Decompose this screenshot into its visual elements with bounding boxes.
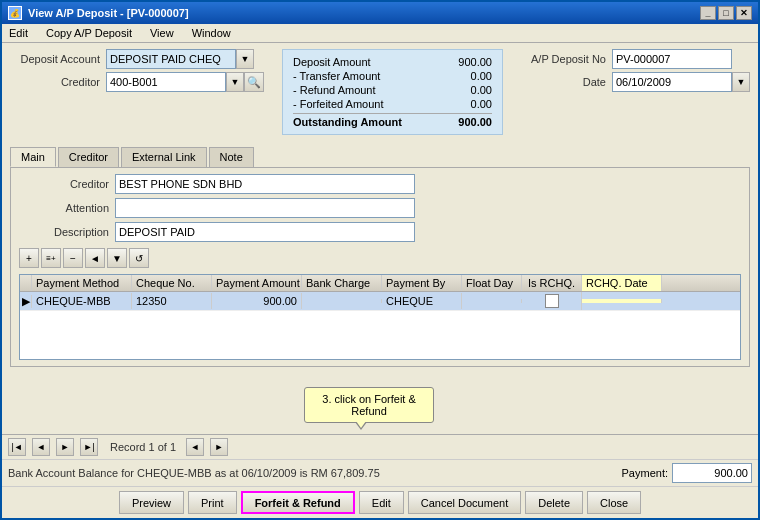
header-float-day: Float Day <box>462 275 522 291</box>
creditor-label: Creditor <box>10 76 100 88</box>
nav-prev-button[interactable]: ◄ <box>32 438 50 456</box>
payment-input <box>672 463 752 483</box>
date-picker-button[interactable]: ▼ <box>732 72 750 92</box>
payment-grid: Payment Method Cheque No. Payment Amount… <box>19 274 741 360</box>
tab-main[interactable]: Main <box>10 147 56 167</box>
tab-creditor-row: Creditor <box>19 174 741 194</box>
date-row: Date ▼ <box>511 72 750 92</box>
menu-bar: Edit Copy A/P Deposit View Window <box>2 24 758 43</box>
move-down-button[interactable]: ▼ <box>107 248 127 268</box>
header-is-rchq: Is RCHQ. <box>522 275 582 291</box>
cell-rchq-date <box>582 299 662 303</box>
cell-payment-amount: 900.00 <box>212 293 302 309</box>
footer-balance-bar: Bank Account Balance for CHEQUE-MBB as a… <box>2 459 758 486</box>
header-payment-by: Payment By <box>382 275 462 291</box>
payment-label: Payment: <box>622 467 668 479</box>
tab-description-label: Description <box>19 226 109 238</box>
menu-edit[interactable]: Edit <box>6 26 31 40</box>
window-title: View A/P Deposit - [PV-000007] <box>28 7 189 19</box>
transfer-label: - Transfer Amount <box>293 70 380 82</box>
nav-last-button[interactable]: ►| <box>80 438 98 456</box>
date-label: Date <box>511 76 606 88</box>
tab-description-input[interactable] <box>115 222 415 242</box>
nav-scroll-right[interactable]: ► <box>210 438 228 456</box>
forfeit-refund-button[interactable]: Forfeit & Refund <box>241 491 355 514</box>
nav-first-button[interactable]: |◄ <box>8 438 26 456</box>
minimize-button[interactable]: _ <box>700 6 716 20</box>
header-payment-method: Payment Method <box>32 275 132 291</box>
tab-description-row: Description <box>19 222 741 242</box>
cell-float-day <box>462 299 522 303</box>
nav-scroll-left[interactable]: ◄ <box>186 438 204 456</box>
preview-button[interactable]: Preview <box>119 491 184 514</box>
cell-is-rchq[interactable] <box>522 292 582 310</box>
tab-creditor-label: Creditor <box>19 178 109 190</box>
tab-attention-input[interactable] <box>115 198 415 218</box>
header-arrow <box>20 275 32 291</box>
close-button-main[interactable]: Close <box>587 491 641 514</box>
deposit-account-label: Deposit Account <box>10 53 100 65</box>
deposit-account-dropdown[interactable]: ▼ <box>236 49 254 69</box>
callout-tooltip: 3. click on Forfeit & Refund <box>304 387 434 423</box>
refresh-button[interactable]: ↺ <box>129 248 149 268</box>
bank-balance-text: Bank Account Balance for CHEQUE-MBB as a… <box>8 467 622 479</box>
move-up-button[interactable]: ◄ <box>85 248 105 268</box>
insert-row-button[interactable]: ≡+ <box>41 248 61 268</box>
row-arrow: ▶ <box>20 295 32 308</box>
tab-creditor[interactable]: Creditor <box>58 147 119 167</box>
ap-deposit-row: A/P Deposit No <box>511 49 750 69</box>
deposit-account-row: Deposit Account ▼ <box>10 49 264 69</box>
date-input[interactable] <box>612 72 732 92</box>
grid-header: Payment Method Cheque No. Payment Amount… <box>20 275 740 292</box>
tabs: Main Creditor External Link Note <box>10 147 750 167</box>
close-button[interactable]: ✕ <box>736 6 752 20</box>
tab-note[interactable]: Note <box>209 147 254 167</box>
delete-button[interactable]: Delete <box>525 491 583 514</box>
cell-cheque-no: 12350 <box>132 293 212 309</box>
add-row-button[interactable]: + <box>19 248 39 268</box>
forfeited-value: 0.00 <box>471 98 492 110</box>
tab-creditor-input[interactable] <box>115 174 415 194</box>
deposit-amount-label: Deposit Amount <box>293 56 371 68</box>
creditor-dropdown[interactable]: ▼ <box>226 72 244 92</box>
refund-value: 0.00 <box>471 84 492 96</box>
action-buttons: Preview Print Forfeit & Refund Edit Canc… <box>2 486 758 518</box>
menu-view[interactable]: View <box>147 26 177 40</box>
edit-button[interactable]: Edit <box>359 491 404 514</box>
table-row[interactable]: ▶ CHEQUE-MBB 12350 900.00 CHEQUE <box>20 292 740 311</box>
cancel-document-button[interactable]: Cancel Document <box>408 491 521 514</box>
window-controls[interactable]: _ □ ✕ <box>700 6 752 20</box>
refund-label: - Refund Amount <box>293 84 376 96</box>
outstanding-value: 900.00 <box>458 116 492 128</box>
deposit-account-input[interactable] <box>106 49 236 69</box>
deposit-amount-value: 900.00 <box>458 56 492 68</box>
nav-bar: |◄ ◄ ► ►| Record 1 of 1 ◄ ► 3. click on … <box>2 434 758 459</box>
header-cheque-no: Cheque No. <box>132 275 212 291</box>
main-window: 💰 View A/P Deposit - [PV-000007] _ □ ✕ E… <box>0 0 760 520</box>
summary-box: Deposit Amount 900.00 - Transfer Amount … <box>282 49 503 135</box>
rchq-checkbox[interactable] <box>545 294 559 308</box>
callout-arrow-inner <box>356 421 366 428</box>
header-rchq-date: RCHQ. Date <box>582 275 662 291</box>
header-bank-charge: Bank Charge <box>302 275 382 291</box>
deposit-account-input-group: ▼ <box>106 49 254 69</box>
forfeited-label: - Forfeited Amount <box>293 98 384 110</box>
menu-window[interactable]: Window <box>189 26 234 40</box>
maximize-button[interactable]: □ <box>718 6 734 20</box>
cell-payment-method: CHEQUE-MBB <box>32 293 132 309</box>
cell-payment-by: CHEQUE <box>382 293 462 309</box>
delete-row-button[interactable]: − <box>63 248 83 268</box>
ap-deposit-label: A/P Deposit No <box>511 53 606 65</box>
creditor-input[interactable] <box>106 72 226 92</box>
grid-toolbar: + ≡+ − ◄ ▼ ↺ <box>19 246 741 270</box>
menu-copy[interactable]: Copy A/P Deposit <box>43 26 135 40</box>
tab-attention-label: Attention <box>19 202 109 214</box>
tab-attention-row: Attention <box>19 198 741 218</box>
transfer-value: 0.00 <box>471 70 492 82</box>
callout-text: 3. click on Forfeit & Refund <box>322 393 416 417</box>
print-button[interactable]: Print <box>188 491 237 514</box>
creditor-search-button[interactable]: 🔍 <box>244 72 264 92</box>
tab-external-link[interactable]: External Link <box>121 147 207 167</box>
record-indicator: Record 1 of 1 <box>110 441 176 453</box>
nav-next-button[interactable]: ► <box>56 438 74 456</box>
